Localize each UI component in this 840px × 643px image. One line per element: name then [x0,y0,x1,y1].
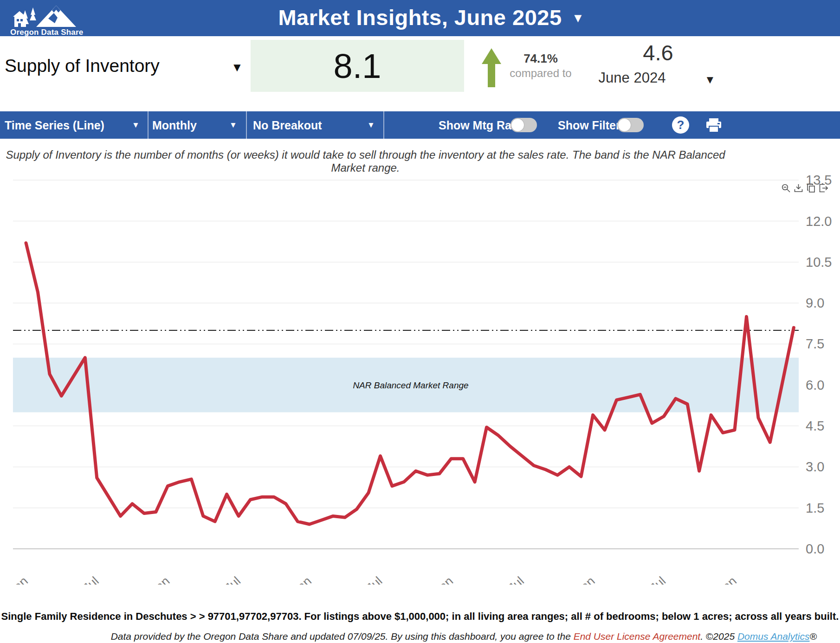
chart-type-caret-icon[interactable]: ▼ [132,121,140,130]
svg-text:0.0: 0.0 [806,541,824,556]
supply-of-inventory-line-chart[interactable]: NAR Balanced Market Range0.01.53.04.56.0… [0,165,840,585]
svg-text:1.5: 1.5 [806,501,824,515]
kpi-row: Supply of Inventory ▼ 8.1 74.1% compared… [0,36,840,111]
svg-text:12.0: 12.0 [806,214,832,229]
svg-text:2022-Jan: 2022-Jan [266,574,314,585]
download-icon[interactable] [794,184,803,193]
copy-icon[interactable] [807,184,815,193]
show-mtg-rate-toggle[interactable] [510,118,537,132]
show-filters-toggle[interactable] [617,118,644,132]
registered-mark: ® [810,631,817,642]
dashboard-page: Oregon Data Share Market Insights, June … [0,0,840,643]
svg-text:10.5: 10.5 [806,255,832,270]
svg-text:2021-Jul: 2021-Jul [198,574,243,585]
svg-text:2024-Jul: 2024-Jul [623,574,668,585]
svg-text:3.0: 3.0 [806,459,824,474]
up-arrow-icon [481,47,502,88]
chart-mini-toolbar [782,184,828,193]
prior-period-caret-icon[interactable]: ▼ [704,73,716,86]
toolbar-divider [148,111,149,139]
svg-text:2020-Jul: 2020-Jul [57,574,102,585]
svg-text:6.0: 6.0 [806,378,824,392]
breakout-caret-icon[interactable]: ▼ [367,121,375,130]
title-dropdown-caret-icon[interactable]: ▼ [572,11,584,26]
toggle-knob [618,119,631,131]
breakout-select[interactable]: No Breakout [253,119,322,132]
current-value: 8.1 [334,46,381,86]
toolbar-divider [246,111,247,139]
current-value-box: 8.1 [251,40,464,92]
svg-text:2020-Jan: 2020-Jan [0,574,31,585]
export-icon[interactable] [819,184,828,193]
svg-text:2023-Jul: 2023-Jul [482,574,527,585]
svg-text:2021-Jan: 2021-Jan [124,574,173,585]
svg-text:2025-Jan: 2025-Jan [691,574,739,585]
band-label: NAR Balanced Market Range [353,380,468,390]
print-icon[interactable] [705,118,722,133]
prior-value: 4.6 [602,40,714,65]
metric-caret-icon[interactable]: ▼ [231,60,243,75]
metric-select[interactable]: Supply of Inventory [5,56,160,76]
header-bar: Oregon Data Share Market Insights, June … [0,0,840,36]
credit-line: Data provided by the Oregon Data Share a… [0,631,817,642]
filters-summary: Single Family Residence in Deschutes > >… [0,611,840,623]
eula-link[interactable]: End User License Agreement [574,631,701,642]
svg-text:9.0: 9.0 [806,296,824,310]
toggle-knob [511,119,524,131]
chart-area: NAR Balanced Market Range0.01.53.04.56.0… [0,165,840,585]
frequency-caret-icon[interactable]: ▼ [229,121,237,130]
svg-text:7.5: 7.5 [806,336,824,351]
toolbar-divider [383,111,384,139]
help-button[interactable]: ? [672,116,689,134]
pct-change: 74.1% [501,51,580,66]
domus-analytics-link[interactable]: Domus Analytics [737,631,810,642]
compared-to-label: compared to [501,67,580,80]
page-title: Market Insights, June 2025 [0,5,840,30]
svg-text:2023-Jan: 2023-Jan [407,574,456,585]
frequency-select[interactable]: Monthly [152,119,197,132]
svg-text:2024-Jan: 2024-Jan [549,574,598,585]
chart-type-select[interactable]: Time Series (Line) [5,119,104,132]
prior-period-select[interactable]: June 2024 [586,70,678,86]
credit-text: Data provided by the Oregon Data Share a… [111,631,574,642]
svg-text:4.5: 4.5 [806,418,824,433]
zoom-out-icon[interactable] [782,184,790,193]
chart-toolbar: Time Series (Line) ▼ Monthly ▼ No Breako… [0,111,840,139]
svg-text:2022-Jul: 2022-Jul [340,574,385,585]
credit-text: . ©2025 [700,631,737,642]
